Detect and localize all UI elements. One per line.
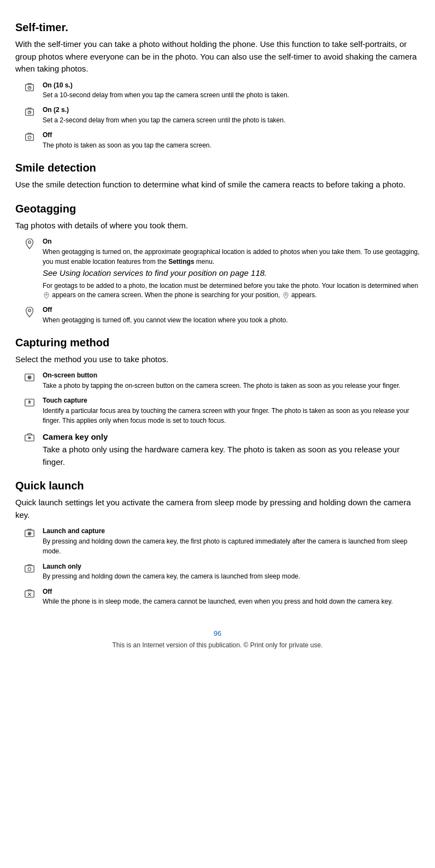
section-title-capturing-method: Capturing method bbox=[15, 335, 420, 350]
quicklaunch-off-item: Off While the phone is in sleep mode, th… bbox=[15, 587, 420, 607]
section-self-timer: Self-timer. With the self-timer you can … bbox=[15, 20, 420, 150]
capturing-camerakey-label: Camera key only bbox=[43, 431, 420, 442]
self-timer-2s-desc: Set a 2-second delay from when you tap t… bbox=[43, 116, 285, 124]
svg-rect-24 bbox=[25, 565, 34, 572]
section-geotagging: Geotagging Tag photos with details of wh… bbox=[15, 201, 420, 325]
svg-rect-20 bbox=[28, 437, 31, 439]
section-intro-smile-detection: Use the smile detection function to dete… bbox=[15, 179, 420, 191]
capturing-onscreen-desc: Take a photo by tapping the on-screen bu… bbox=[43, 382, 401, 389]
geotagging-off-desc: When geotagging is turned off, you canno… bbox=[43, 316, 288, 324]
geotagging-on-note: For geotags to be added to a photo, the … bbox=[43, 281, 420, 300]
geotagging-on-desc: When geotagging is turned on, the approx… bbox=[43, 248, 420, 265]
self-timer-off-label: Off bbox=[43, 131, 420, 140]
section-intro-geotagging: Tag photos with details of where you too… bbox=[15, 220, 420, 232]
section-title-quick-launch: Quick launch bbox=[15, 478, 420, 493]
section-quick-launch: Quick launch Quick launch settings let y… bbox=[15, 478, 420, 606]
capturing-touch-item: Touch capture Identify a particular focu… bbox=[15, 396, 420, 426]
location-on-icon bbox=[21, 238, 38, 250]
section-intro-capturing-method: Select the method you use to take photos… bbox=[15, 353, 420, 366]
self-timer-10s-content: On (10 s.) Set a 10-second delay from wh… bbox=[43, 81, 420, 101]
self-timer-2s-content: On (2 s.) Set a 2-second delay from when… bbox=[43, 105, 420, 125]
svg-point-10 bbox=[28, 241, 31, 244]
quicklaunch-only-item: Launch only By pressing and holding down… bbox=[15, 562, 420, 582]
svg-rect-8 bbox=[26, 134, 34, 141]
camera-touch-icon bbox=[21, 397, 38, 409]
section-title-self-timer: Self-timer. bbox=[15, 20, 420, 35]
page-footer: 96 This is an Internet version of this p… bbox=[15, 629, 420, 650]
capturing-touch-content: Touch capture Identify a particular focu… bbox=[43, 396, 420, 426]
launch-capture-icon bbox=[21, 527, 38, 539]
capturing-camerakey-content: Camera key only Take a photo only using … bbox=[43, 431, 420, 468]
section-intro-self-timer: With the self-timer you can take a photo… bbox=[15, 38, 420, 75]
quicklaunch-off-content: Off While the phone is in sleep mode, th… bbox=[43, 587, 420, 607]
quicklaunch-capture-content: Launch and capture By pressing and holdi… bbox=[43, 527, 420, 556]
self-timer-10s-item: On (10 s.) Set a 10-second delay from wh… bbox=[15, 81, 420, 101]
capturing-touch-desc: Identify a particular focus area by touc… bbox=[43, 407, 409, 424]
quicklaunch-off-label: Off bbox=[43, 587, 420, 597]
svg-point-25 bbox=[28, 568, 31, 571]
self-timer-off-item: Off The photo is taken as soon as you ta… bbox=[15, 131, 420, 150]
svg-point-9 bbox=[28, 137, 31, 140]
quicklaunch-only-content: Launch only By pressing and holding down… bbox=[43, 562, 420, 582]
self-timer-2s-item: On (2 s.) Set a 2-second delay from when… bbox=[15, 105, 420, 125]
camera-timer-2s-icon bbox=[21, 106, 38, 118]
quicklaunch-off-desc: While the phone is in sleep mode, the ca… bbox=[43, 598, 393, 605]
quicklaunch-capture-item: Launch and capture By pressing and holdi… bbox=[15, 527, 420, 556]
self-timer-off-desc: The photo is taken as soon as you tap th… bbox=[43, 141, 211, 149]
svg-point-12 bbox=[285, 294, 286, 296]
launch-only-icon bbox=[21, 563, 38, 575]
capturing-touch-label: Touch capture bbox=[43, 396, 420, 405]
capturing-camerakey-item: Camera key only Take a photo only using … bbox=[15, 431, 420, 468]
geotagging-off-content: Off When geotagging is turned off, you c… bbox=[43, 305, 420, 325]
capturing-onscreen-content: On-screen button Take a photo by tapping… bbox=[43, 371, 420, 391]
camera-timer-icon bbox=[21, 81, 38, 93]
geotagging-off-item: Off When geotagging is turned off, you c… bbox=[15, 305, 420, 325]
quicklaunch-capture-desc: By pressing and holding down the camera … bbox=[43, 538, 407, 555]
page-number: 96 bbox=[15, 629, 420, 639]
capturing-onscreen-label: On-screen button bbox=[43, 371, 420, 380]
location-off-icon bbox=[21, 306, 38, 318]
svg-point-23 bbox=[29, 533, 31, 535]
section-capturing-method: Capturing method Select the method you u… bbox=[15, 335, 420, 469]
self-timer-10s-desc: Set a 10-second delay from when you tap … bbox=[43, 91, 289, 99]
launch-off-icon bbox=[21, 588, 38, 600]
section-intro-quick-launch: Quick launch settings let you activate t… bbox=[15, 497, 420, 521]
self-timer-off-content: Off The photo is taken as soon as you ta… bbox=[43, 131, 420, 150]
quicklaunch-only-desc: By pressing and holding down the camera … bbox=[43, 572, 300, 580]
section-title-geotagging: Geotagging bbox=[15, 201, 420, 216]
self-timer-10s-label: On (10 s.) bbox=[43, 81, 420, 90]
svg-point-16 bbox=[29, 377, 31, 379]
geotagging-on-label: On bbox=[43, 237, 420, 246]
section-title-smile-detection: Smile detection bbox=[15, 160, 420, 175]
capturing-onscreen-item: On-screen button Take a photo by tapping… bbox=[15, 371, 420, 391]
camera-key-icon bbox=[21, 432, 38, 444]
svg-point-18 bbox=[29, 401, 31, 403]
quicklaunch-only-label: Launch only bbox=[43, 562, 420, 571]
section-smile-detection: Smile detection Use the smile detection … bbox=[15, 160, 420, 191]
footer-notice: This is an Internet version of this publ… bbox=[112, 641, 322, 649]
camera-screen-icon bbox=[21, 371, 38, 383]
quicklaunch-capture-label: Launch and capture bbox=[43, 527, 420, 536]
self-timer-2s-label: On (2 s.) bbox=[43, 105, 420, 115]
geotagging-on-ref: See Using location services to find your… bbox=[43, 267, 420, 280]
capturing-camerakey-desc: Take a photo only using the hardware cam… bbox=[43, 445, 399, 467]
svg-point-11 bbox=[46, 294, 48, 296]
geotagging-on-content: On When geotagging is turned on, the app… bbox=[43, 237, 420, 299]
geotagging-off-label: Off bbox=[43, 305, 420, 315]
geotagging-on-item: On When geotagging is turned on, the app… bbox=[15, 237, 420, 299]
camera-timer-off-icon bbox=[21, 131, 38, 143]
svg-point-13 bbox=[28, 309, 31, 312]
